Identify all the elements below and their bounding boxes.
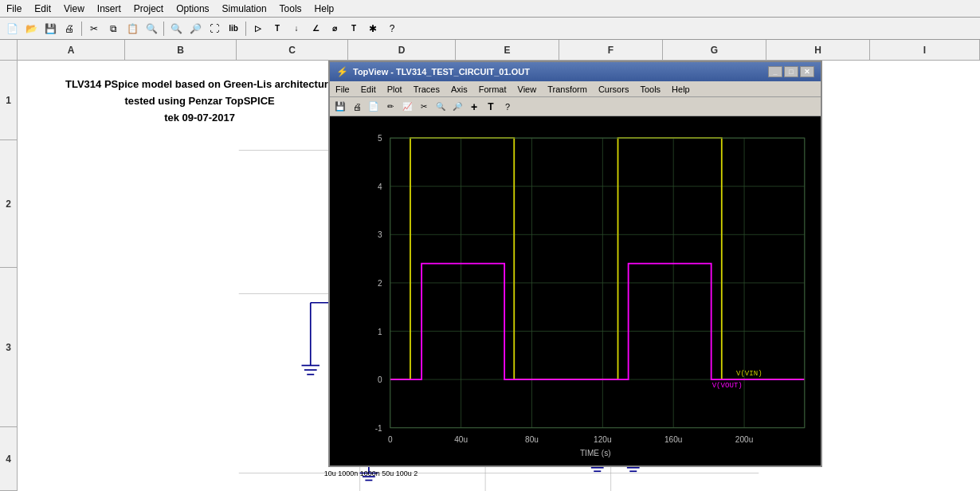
close-button[interactable]: ✕ xyxy=(800,66,814,77)
zoom-in-button[interactable]: 🔍 xyxy=(167,20,185,37)
svg-rect-71 xyxy=(330,122,821,460)
svg-text:160u: 160u xyxy=(664,435,682,444)
cut-button[interactable]: ✂ xyxy=(85,20,103,37)
corner-header xyxy=(0,40,18,60)
svg-text:1: 1 xyxy=(378,328,382,336)
main-toolbar: 📄 📂 💾 🖨 ✂ ⧉ 📋 🔍 🔍 🔎 ⛶ lib ▷ T ↓ ∠ ⌀ T ✱ … xyxy=(0,18,980,40)
col-headers: A B C D E F G H I xyxy=(0,40,980,61)
menu-bar: File Edit View Insert Project Options Si… xyxy=(0,0,980,18)
menu-project[interactable]: Project xyxy=(127,2,170,16)
paste-button[interactable]: 📋 xyxy=(123,20,141,37)
help-icon[interactable]: ? xyxy=(383,20,401,37)
topview-window[interactable]: ⚡ TopView - TLV314_TEST_CIRCUIT_01.OUT _… xyxy=(328,61,822,467)
menu-edit[interactable]: Edit xyxy=(28,2,57,16)
copy-button[interactable]: ⧉ xyxy=(104,20,122,37)
tv-print-btn[interactable]: 🖨 xyxy=(349,100,365,114)
topview-menubar: File Edit Plot Traces Axis Format View T… xyxy=(330,81,821,97)
text-btn[interactable]: T xyxy=(345,20,363,37)
svg-text:5: 5 xyxy=(378,134,382,143)
schematic-area[interactable]: TLV314 PSpice model based on Green-Lis a… xyxy=(18,61,980,491)
zoom-out-button[interactable]: 🔎 xyxy=(186,20,204,37)
tv-save-btn[interactable]: 💾 xyxy=(332,100,348,114)
topview-toolbar: 💾 🖨 📄 ✏ 📈 ✂ 🔍 🔎 + T ? xyxy=(330,97,821,116)
col-e[interactable]: E xyxy=(456,40,559,60)
sep1 xyxy=(81,22,82,36)
menu-tools[interactable]: Tools xyxy=(273,2,308,16)
menu-file[interactable]: File xyxy=(0,2,28,16)
tv-menu-cursors[interactable]: Cursors xyxy=(593,84,635,95)
col-d[interactable]: D xyxy=(348,40,456,60)
row-3-header: 3 xyxy=(0,268,17,427)
tv-menu-view[interactable]: View xyxy=(512,84,543,95)
tv-menu-plot[interactable]: Plot xyxy=(382,84,408,95)
zoom-fit-button[interactable]: ⛶ xyxy=(206,20,223,37)
tv-menu-traces[interactable]: Traces xyxy=(408,84,445,95)
tv-edit-btn[interactable]: ✏ xyxy=(382,100,398,114)
tv-menu-transform[interactable]: Transform xyxy=(542,84,593,95)
t-button[interactable]: T xyxy=(269,20,286,37)
svg-text:3: 3 xyxy=(378,230,382,239)
tv-zoom-out-btn[interactable]: 🔎 xyxy=(449,100,465,114)
topview-title: TopView - TLV314_TEST_CIRCUIT_01.OUT xyxy=(353,67,530,77)
topview-icon: ⚡ xyxy=(336,66,348,77)
new-button[interactable]: 📄 xyxy=(3,20,21,37)
col-h[interactable]: H xyxy=(766,40,870,60)
col-i[interactable]: I xyxy=(870,40,980,60)
menu-view[interactable]: View xyxy=(57,2,91,16)
print-button[interactable]: 🖨 xyxy=(61,20,78,37)
topview-titlebar: ⚡ TopView - TLV314_TEST_CIRCUIT_01.OUT _… xyxy=(330,62,821,81)
svg-text:80u: 80u xyxy=(525,435,539,444)
svg-text:V(VIN): V(VIN) xyxy=(736,369,762,378)
svg-text:40u: 40u xyxy=(454,435,468,444)
save-button[interactable]: 💾 xyxy=(41,20,59,37)
star-button[interactable]: ✱ xyxy=(364,20,382,37)
tv-zoom-in-btn[interactable]: 🔍 xyxy=(433,100,449,114)
down-button[interactable]: ↓ xyxy=(288,20,305,37)
menu-insert[interactable]: Insert xyxy=(91,2,127,16)
tv-plus-btn[interactable]: + xyxy=(466,100,482,114)
svg-text:0: 0 xyxy=(378,375,382,384)
menu-options[interactable]: Options xyxy=(170,2,215,16)
menu-simulation[interactable]: Simulation xyxy=(216,2,273,16)
col-f[interactable]: F xyxy=(559,40,663,60)
tv-menu-edit[interactable]: Edit xyxy=(355,84,382,95)
sep3 xyxy=(245,22,246,36)
col-g[interactable]: G xyxy=(663,40,766,60)
tv-menu-axis[interactable]: Axis xyxy=(445,84,473,95)
tv-menu-tools[interactable]: Tools xyxy=(634,84,666,95)
row-2-header: 2 xyxy=(0,140,17,268)
svg-text:10u 1000n 1000n 50u 100u 2: 10u 1000n 1000n 50u 100u 2 xyxy=(324,469,418,477)
row-headers: 1 2 3 4 xyxy=(0,61,18,491)
tv-new-btn[interactable]: 📄 xyxy=(366,100,382,114)
menu-help[interactable]: Help xyxy=(308,2,341,16)
row-1-header: 1 xyxy=(0,61,17,140)
tv-text-btn[interactable]: T xyxy=(483,100,499,114)
tv-help-btn[interactable]: ? xyxy=(500,100,515,114)
row-4-header: 4 xyxy=(0,427,17,491)
plot-area[interactable]: TopSpice 8.68e 07-SEP-2017 08:21:06 — V(… xyxy=(330,116,821,465)
probe2-button[interactable]: ⌀ xyxy=(326,20,343,37)
col-b[interactable]: B xyxy=(125,40,237,60)
probe-button[interactable]: ∠ xyxy=(307,20,324,37)
svg-text:TIME (s): TIME (s) xyxy=(580,449,611,458)
find-button[interactable]: 🔍 xyxy=(143,20,160,37)
tv-menu-help[interactable]: Help xyxy=(666,84,696,95)
window-controls: _ □ ✕ xyxy=(768,66,814,77)
tv-menu-format[interactable]: Format xyxy=(473,84,512,95)
svg-text:0: 0 xyxy=(388,435,393,444)
svg-text:120u: 120u xyxy=(594,435,611,444)
lib-button[interactable]: lib xyxy=(225,20,242,37)
sep2 xyxy=(163,22,164,36)
svg-text:2: 2 xyxy=(378,279,382,288)
wire-button[interactable]: ▷ xyxy=(249,20,267,37)
tv-line-btn[interactable]: 📈 xyxy=(399,100,415,114)
col-c[interactable]: C xyxy=(237,40,348,60)
tv-cut-btn[interactable]: ✂ xyxy=(416,100,432,114)
svg-text:200u: 200u xyxy=(735,435,753,444)
plot-svg: 0 1 2 3 4 5 -1 0 40u 80u 120u 160u 200u … xyxy=(330,116,821,465)
open-button[interactable]: 📂 xyxy=(22,20,40,37)
col-a[interactable]: A xyxy=(18,40,125,60)
tv-menu-file[interactable]: File xyxy=(330,84,355,95)
maximize-button[interactable]: □ xyxy=(784,66,798,77)
minimize-button[interactable]: _ xyxy=(768,66,782,77)
